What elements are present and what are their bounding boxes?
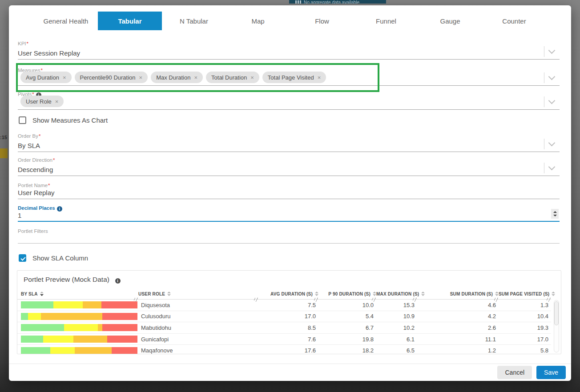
save-button[interactable]: Save bbox=[536, 366, 566, 379]
modal-footer: Cancel Save bbox=[9, 364, 571, 381]
chevron-down-icon[interactable] bbox=[548, 140, 556, 147]
info-icon[interactable]: i bbox=[115, 278, 121, 284]
preview-scrollbar[interactable] bbox=[554, 300, 559, 352]
column-header-by-sla[interactable]: BY SLA bbox=[17, 288, 138, 300]
column-header-sum-page-visited-s-[interactable]: SUM PAGE VISITED (S) bbox=[499, 288, 551, 300]
sla-segment bbox=[75, 347, 112, 354]
stepper-down-icon[interactable] bbox=[553, 215, 557, 216]
preview-scrollbar-thumb[interactable] bbox=[554, 301, 559, 325]
value-cell: 6.1 bbox=[376, 333, 417, 345]
sla-distribution-bar bbox=[21, 336, 137, 343]
sort-icon[interactable] bbox=[373, 292, 376, 296]
tab-map[interactable]: Map bbox=[226, 12, 290, 30]
column-resize-handle[interactable] bbox=[314, 298, 318, 302]
number-stepper[interactable] bbox=[551, 209, 559, 219]
user-role-cell: Diqusesota bbox=[138, 300, 258, 311]
column-resize-handle[interactable] bbox=[494, 298, 498, 302]
show-measures-as-chart-checkbox[interactable] bbox=[19, 116, 26, 124]
show-measures-as-chart-row[interactable]: Show Measures As Chart bbox=[19, 116, 108, 124]
table-row: Mabutidohu8.56.710.22.619.3 bbox=[17, 322, 551, 334]
value-cell: 19.8 bbox=[318, 333, 376, 345]
decimal-places-field[interactable]: Decimal Placesi bbox=[18, 205, 560, 222]
column-header-sum-duration-s-[interactable]: SUM DURATION (S) bbox=[417, 288, 499, 300]
chip-avg-duration[interactable]: Avg Duration× bbox=[20, 72, 72, 83]
kpi-select[interactable]: KPI User Session Replay bbox=[18, 41, 560, 60]
sla-segment bbox=[21, 324, 64, 331]
column-header-p-90-duration-s-[interactable]: P 90 DURATION (S) bbox=[318, 288, 376, 300]
value-cell: 17.6 bbox=[258, 345, 318, 354]
chip-percentile90-duration[interactable]: Percentile90 Duration× bbox=[75, 72, 148, 83]
pivots-select[interactable]: Pivotsi User Role× bbox=[18, 92, 560, 110]
column-resize-handle[interactable] bbox=[134, 298, 138, 302]
tab-tabular[interactable]: Tabular bbox=[98, 12, 162, 30]
tab-n-tabular[interactable]: N Tabular bbox=[162, 12, 226, 30]
tab-gauge[interactable]: Gauge bbox=[418, 12, 482, 30]
column-resize-handle[interactable] bbox=[372, 298, 376, 302]
order-by-select[interactable]: Order By By SLA bbox=[18, 133, 560, 152]
sla-segment bbox=[21, 313, 28, 320]
chip-max-duration[interactable]: Max Duration× bbox=[151, 72, 203, 83]
no-data-chart-icon bbox=[295, 0, 301, 4]
sort-icon[interactable] bbox=[552, 292, 555, 296]
chevron-down-icon[interactable] bbox=[548, 47, 556, 54]
order-direction-select[interactable]: Order Direction Descending bbox=[18, 157, 560, 176]
chevron-down-icon[interactable] bbox=[548, 73, 556, 80]
field-divider bbox=[544, 46, 544, 57]
remove-chip-icon[interactable]: × bbox=[63, 74, 66, 81]
sort-icon[interactable] bbox=[167, 292, 171, 296]
sla-bar-cell bbox=[17, 300, 138, 311]
sla-segment bbox=[101, 301, 137, 308]
pivots-chip-row: User Role× bbox=[20, 96, 64, 107]
sort-icon[interactable] bbox=[495, 292, 499, 296]
show-sla-column-checkbox[interactable] bbox=[19, 254, 26, 262]
tab-flow[interactable]: Flow bbox=[290, 12, 354, 30]
preview-table: BY SLAUSER ROLEAVG DURATION (S)P 90 DURA… bbox=[17, 288, 551, 354]
portlet-preview-box: Portlet Preview (Mock Data) i BY SLAUSER… bbox=[17, 270, 561, 354]
chip-label: Percentile90 Duration bbox=[80, 74, 136, 81]
column-header-avg-duration-s-[interactable]: AVG DURATION (S) bbox=[258, 288, 318, 300]
order-by-value: By SLA bbox=[18, 142, 40, 149]
info-icon[interactable]: i bbox=[57, 206, 62, 212]
sla-bar-cell bbox=[17, 345, 138, 354]
sla-segment bbox=[98, 324, 102, 331]
chip-user-role[interactable]: User Role× bbox=[20, 96, 64, 107]
value-cell: 5.8 bbox=[499, 345, 551, 354]
chevron-down-icon[interactable] bbox=[548, 164, 556, 171]
sla-segment bbox=[53, 301, 83, 308]
column-resize-handle[interactable] bbox=[254, 298, 258, 302]
tab-counter[interactable]: Counter bbox=[482, 12, 546, 30]
remove-chip-icon[interactable]: × bbox=[194, 74, 197, 81]
sort-icon[interactable] bbox=[315, 292, 318, 296]
portlet-name-field[interactable]: Portlet Name User Replay bbox=[18, 183, 560, 199]
column-header-label: BY SLA bbox=[21, 292, 38, 296]
remove-chip-icon[interactable]: × bbox=[139, 74, 143, 81]
remove-chip-icon[interactable]: × bbox=[250, 74, 254, 81]
measures-select[interactable]: Measures Avg Duration×Percentile90 Durat… bbox=[18, 68, 560, 86]
remove-chip-icon[interactable]: × bbox=[318, 74, 321, 81]
measures-chip-row: Avg Duration×Percentile90 Duration×Max D… bbox=[20, 72, 326, 83]
show-sla-column-row[interactable]: Show SLA Column bbox=[19, 254, 88, 262]
chip-label: Total Duration bbox=[211, 74, 247, 81]
column-header-max-duration-s-[interactable]: MAX DURATION (S) bbox=[376, 288, 417, 300]
column-header-user-role[interactable]: USER ROLE bbox=[138, 288, 258, 300]
chip-total-page-visited[interactable]: Total Page Visited× bbox=[262, 72, 326, 83]
preview-table-body: Diqusesota7.510.015.34.61.3Culusoduru17.… bbox=[17, 300, 551, 355]
background-time-fragment: :15 bbox=[0, 135, 8, 140]
decimal-places-input[interactable] bbox=[18, 212, 107, 219]
value-cell: 19.3 bbox=[499, 322, 551, 334]
portlet-filters-field[interactable]: Portlet Filters bbox=[18, 228, 560, 244]
tab-general-health[interactable]: General Health bbox=[34, 12, 98, 30]
required-asterisk bbox=[52, 157, 55, 163]
chip-total-duration[interactable]: Total Duration× bbox=[206, 72, 259, 83]
cancel-button[interactable]: Cancel bbox=[497, 366, 532, 379]
remove-chip-icon[interactable]: × bbox=[55, 98, 59, 105]
sla-segment bbox=[64, 324, 98, 331]
tab-funnel[interactable]: Funnel bbox=[354, 12, 418, 30]
sort-icon[interactable] bbox=[40, 292, 44, 296]
value-cell: 10.4 bbox=[499, 311, 551, 322]
column-resize-handle[interactable] bbox=[547, 298, 551, 302]
stepper-up-icon[interactable] bbox=[553, 211, 557, 213]
column-resize-handle[interactable] bbox=[413, 298, 417, 302]
chevron-down-icon[interactable] bbox=[548, 97, 556, 104]
value-cell: 4.2 bbox=[417, 311, 499, 322]
